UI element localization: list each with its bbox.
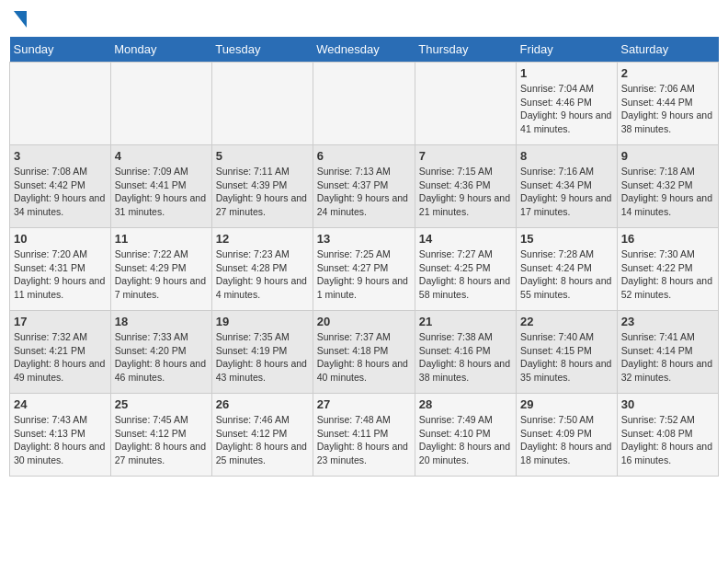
day-info-line: Sunrise: 7:23 AM: [216, 248, 290, 259]
day-number: 21: [419, 315, 512, 328]
logo-triangle-icon: [12, 9, 28, 29]
day-info-line: Daylight: 8 hours and 30 minutes.: [14, 441, 105, 465]
day-info-line: Daylight: 8 hours and 23 minutes.: [317, 441, 408, 465]
day-number: 24: [14, 397, 107, 411]
day-info: Sunrise: 7:18 AMSunset: 4:32 PMDaylight:…: [621, 165, 714, 219]
calendar-cell: 8Sunrise: 7:16 AMSunset: 4:34 PMDaylight…: [517, 145, 618, 228]
day-info-line: Sunrise: 7:13 AM: [317, 166, 391, 177]
day-number: 1: [520, 66, 613, 80]
day-info-line: Daylight: 8 hours and 20 minutes.: [419, 441, 510, 465]
day-info: Sunrise: 7:35 AMSunset: 4:19 PMDaylight:…: [216, 330, 309, 385]
day-info-line: Daylight: 8 hours and 52 minutes.: [621, 275, 712, 300]
calendar-cell: [415, 63, 516, 145]
day-number: 9: [621, 149, 714, 163]
day-info-line: Daylight: 9 hours and 7 minutes.: [115, 275, 206, 300]
day-info-line: Daylight: 8 hours and 25 minutes.: [216, 441, 307, 465]
day-info: Sunrise: 7:16 AMSunset: 4:34 PMDaylight:…: [520, 165, 613, 219]
calendar-cell: 26Sunrise: 7:46 AMSunset: 4:12 PMDayligh…: [211, 394, 313, 477]
day-number: 8: [520, 149, 613, 163]
weekday-header-wednesday: Wednesday: [313, 37, 415, 63]
weekday-header-sunday: Sunday: [10, 37, 111, 63]
day-info: Sunrise: 7:08 AMSunset: 4:42 PMDaylight:…: [14, 165, 107, 219]
calendar-cell: 10Sunrise: 7:20 AMSunset: 4:31 PMDayligh…: [10, 228, 111, 311]
day-info-line: Sunrise: 7:28 AM: [520, 248, 594, 259]
day-info-line: Sunrise: 7:16 AM: [520, 166, 594, 177]
calendar-cell: 19Sunrise: 7:35 AMSunset: 4:19 PMDayligh…: [211, 311, 313, 394]
day-info-line: Sunrise: 7:40 AM: [520, 331, 594, 342]
day-info-line: Sunrise: 7:09 AM: [115, 166, 188, 177]
day-info: Sunrise: 7:52 AMSunset: 4:08 PMDaylight:…: [621, 413, 714, 467]
calendar-cell: 25Sunrise: 7:45 AMSunset: 4:12 PMDayligh…: [110, 394, 211, 477]
day-info-line: Sunrise: 7:38 AM: [419, 331, 493, 342]
day-info: Sunrise: 7:46 AMSunset: 4:12 PMDaylight:…: [216, 413, 309, 467]
day-number: 13: [317, 232, 411, 246]
day-info: Sunrise: 7:13 AMSunset: 4:37 PMDaylight:…: [317, 165, 411, 219]
day-info-line: Sunrise: 7:32 AM: [14, 331, 87, 342]
calendar-week-row: 24Sunrise: 7:43 AMSunset: 4:13 PMDayligh…: [10, 394, 719, 477]
calendar-cell: [10, 63, 111, 145]
day-number: 16: [621, 232, 714, 246]
calendar-cell: 16Sunrise: 7:30 AMSunset: 4:22 PMDayligh…: [617, 228, 718, 311]
day-number: 12: [216, 232, 309, 246]
day-number: 10: [14, 232, 107, 246]
day-info-line: Daylight: 9 hours and 24 minutes.: [317, 192, 408, 217]
day-info-line: Sunset: 4:08 PM: [621, 428, 693, 439]
calendar-cell: 22Sunrise: 7:40 AMSunset: 4:15 PMDayligh…: [517, 311, 618, 394]
day-info-line: Sunrise: 7:08 AM: [14, 166, 87, 177]
calendar-cell: [313, 63, 415, 145]
day-info-line: Sunrise: 7:22 AM: [115, 248, 188, 259]
day-info-line: Sunset: 4:24 PM: [520, 262, 592, 273]
day-info-line: Sunset: 4:42 PM: [14, 179, 85, 190]
day-info-line: Sunrise: 7:45 AM: [115, 414, 188, 425]
day-number: 28: [419, 397, 512, 411]
day-info-line: Daylight: 8 hours and 32 minutes.: [621, 358, 712, 383]
day-info-line: Sunset: 4:31 PM: [14, 262, 85, 273]
day-info: Sunrise: 7:30 AMSunset: 4:22 PMDaylight:…: [621, 247, 714, 302]
calendar-cell: 13Sunrise: 7:25 AMSunset: 4:27 PMDayligh…: [313, 228, 415, 311]
day-info-line: Daylight: 8 hours and 27 minutes.: [115, 441, 206, 465]
day-info-line: Sunset: 4:46 PM: [520, 97, 592, 108]
day-number: 3: [14, 149, 107, 163]
day-info-line: Sunrise: 7:43 AM: [14, 414, 87, 425]
day-number: 15: [520, 232, 613, 246]
day-info: Sunrise: 7:27 AMSunset: 4:25 PMDaylight:…: [419, 247, 512, 302]
day-info: Sunrise: 7:11 AMSunset: 4:39 PMDaylight:…: [216, 165, 309, 219]
day-info-line: Daylight: 9 hours and 1 minute.: [317, 275, 408, 300]
day-info: Sunrise: 7:43 AMSunset: 4:13 PMDaylight:…: [14, 413, 107, 467]
calendar-cell: 12Sunrise: 7:23 AMSunset: 4:28 PMDayligh…: [211, 228, 313, 311]
day-info-line: Sunset: 4:15 PM: [520, 345, 592, 356]
day-number: 27: [317, 397, 411, 411]
day-info: Sunrise: 7:06 AMSunset: 4:44 PMDaylight:…: [621, 82, 714, 136]
day-info-line: Sunrise: 7:35 AM: [216, 331, 290, 342]
day-info-line: Sunset: 4:12 PM: [216, 428, 288, 439]
svg-marker-0: [14, 11, 27, 28]
day-info-line: Sunset: 4:29 PM: [115, 262, 187, 273]
weekday-header-thursday: Thursday: [415, 37, 516, 63]
day-number: 23: [621, 315, 714, 328]
calendar-cell: 30Sunrise: 7:52 AMSunset: 4:08 PMDayligh…: [617, 394, 718, 477]
day-info-line: Daylight: 9 hours and 38 minutes.: [621, 109, 712, 134]
day-info-line: Sunset: 4:44 PM: [621, 97, 693, 108]
calendar-cell: 24Sunrise: 7:43 AMSunset: 4:13 PMDayligh…: [10, 394, 111, 477]
day-info: Sunrise: 7:09 AMSunset: 4:41 PMDaylight:…: [115, 165, 208, 219]
day-info-line: Daylight: 8 hours and 38 minutes.: [419, 358, 510, 383]
logo: [9, 9, 28, 29]
day-number: 29: [520, 397, 613, 411]
day-info: Sunrise: 7:22 AMSunset: 4:29 PMDaylight:…: [115, 247, 208, 302]
weekday-header-saturday: Saturday: [617, 37, 718, 63]
day-info: Sunrise: 7:20 AMSunset: 4:31 PMDaylight:…: [14, 247, 107, 302]
day-info-line: Daylight: 8 hours and 46 minutes.: [115, 358, 206, 383]
day-number: 18: [115, 315, 208, 328]
day-info: Sunrise: 7:04 AMSunset: 4:46 PMDaylight:…: [520, 82, 613, 136]
day-number: 17: [14, 315, 107, 328]
day-number: 20: [317, 315, 411, 328]
calendar-header-row: SundayMondayTuesdayWednesdayThursdayFrid…: [10, 37, 719, 63]
calendar-cell: 4Sunrise: 7:09 AMSunset: 4:41 PMDaylight…: [110, 145, 211, 228]
day-info-line: Sunset: 4:32 PM: [621, 179, 693, 190]
day-number: 4: [115, 149, 208, 163]
day-info-line: Sunrise: 7:52 AM: [621, 414, 695, 425]
day-info: Sunrise: 7:37 AMSunset: 4:18 PMDaylight:…: [317, 330, 411, 385]
calendar-cell: 21Sunrise: 7:38 AMSunset: 4:16 PMDayligh…: [415, 311, 516, 394]
calendar-cell: 5Sunrise: 7:11 AMSunset: 4:39 PMDaylight…: [211, 145, 313, 228]
day-info: Sunrise: 7:23 AMSunset: 4:28 PMDaylight:…: [216, 247, 309, 302]
